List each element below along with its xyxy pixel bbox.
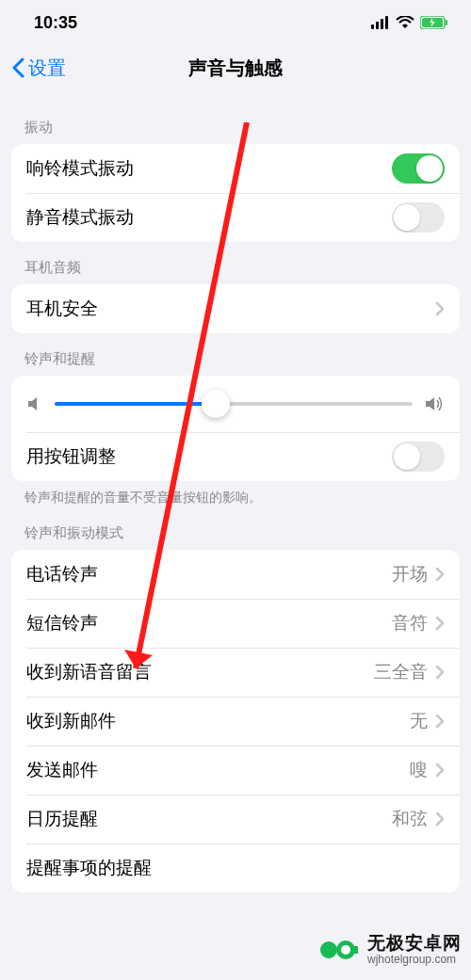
row-label: 短信铃声 (26, 611, 98, 635)
svg-rect-12 (352, 946, 358, 954)
svg-rect-1 (376, 22, 379, 29)
row-label: 响铃模式振动 (26, 156, 134, 181)
chevron-left-icon (11, 57, 24, 78)
watermark: 无极安卓网 wjhotelgroup.com (318, 929, 462, 971)
row-label: 静音模式振动 (26, 205, 134, 230)
svg-rect-6 (446, 20, 447, 25)
row-label: 电话铃声 (26, 562, 98, 586)
row-value: 开场 (392, 562, 428, 586)
row-label: 收到新邮件 (26, 709, 116, 733)
row-sent-mail[interactable]: 发送邮件 嗖 (11, 746, 460, 795)
wifi-icon (396, 16, 414, 29)
section-footer-ringer: 铃声和提醒的音量不受音量按钮的影响。 (0, 481, 471, 507)
section-header-vibrate: 振动 (0, 102, 471, 144)
chevron-right-icon (435, 616, 445, 631)
content: 振动 响铃模式振动 静音模式振动 耳机音频 耳机安全 铃声和提醒 (0, 90, 471, 892)
battery-charging-icon (420, 16, 448, 29)
page-title: 声音与触感 (188, 56, 283, 81)
status-time: 10:35 (34, 13, 77, 33)
row-label: 收到新语音留言 (26, 660, 152, 684)
row-label: 提醒事项的提醒 (26, 856, 152, 880)
speaker-high-icon (424, 395, 445, 412)
row-vibrate-ring[interactable]: 响铃模式振动 (11, 144, 460, 193)
toggle-vibrate-ring[interactable] (392, 153, 445, 184)
nav-bar: 设置 声音与触感 (0, 45, 471, 90)
group-patterns: 电话铃声 开场 短信铃声 音符 收到新语音留言 三全音 收到新邮件 无 发送邮件… (11, 550, 460, 892)
row-ringtone[interactable]: 电话铃声 开场 (11, 550, 460, 599)
volume-slider[interactable] (55, 402, 413, 406)
row-value: 三全音 (374, 660, 428, 684)
status-indicators (371, 16, 448, 29)
cellular-icon (371, 16, 390, 29)
row-label: 日历提醒 (26, 807, 98, 831)
svg-rect-2 (381, 19, 383, 29)
section-header-headphone: 耳机音频 (0, 242, 471, 284)
back-button[interactable]: 设置 (0, 56, 66, 81)
back-label: 设置 (28, 56, 66, 81)
chevron-right-icon (435, 301, 445, 316)
svg-rect-3 (385, 16, 388, 29)
row-value: 无 (410, 709, 428, 733)
row-reminder[interactable]: 提醒事项的提醒 (11, 843, 460, 892)
row-new-mail[interactable]: 收到新邮件 无 (11, 697, 460, 746)
watermark-name: 无极安卓网 (367, 934, 462, 954)
row-label: 用按钮调整 (26, 444, 116, 469)
row-text-tone[interactable]: 短信铃声 音符 (11, 599, 460, 648)
row-value: 嗖 (410, 758, 428, 782)
row-voicemail[interactable]: 收到新语音留言 三全音 (11, 648, 460, 697)
row-value: 和弦 (392, 807, 428, 831)
group-ringer: 用按钮调整 (11, 376, 460, 481)
row-label: 耳机安全 (26, 297, 98, 321)
chevron-right-icon (435, 811, 445, 827)
chevron-right-icon (435, 714, 445, 729)
section-header-ringer: 铃声和提醒 (0, 333, 471, 376)
group-vibrate: 响铃模式振动 静音模式振动 (11, 144, 460, 242)
svg-point-9 (320, 941, 337, 958)
speaker-low-icon (26, 395, 43, 412)
section-header-patterns: 铃声和振动模式 (0, 507, 471, 550)
row-button-adjust[interactable]: 用按钮调整 (11, 432, 460, 481)
chevron-right-icon (435, 665, 445, 680)
chevron-right-icon (435, 567, 445, 582)
row-value: 音符 (392, 611, 428, 635)
status-bar: 10:35 (0, 0, 471, 45)
svg-point-11 (341, 945, 350, 955)
watermark-url: wjhotelgroup.com (367, 954, 462, 966)
watermark-logo-icon (318, 929, 360, 971)
row-label: 发送邮件 (26, 758, 98, 782)
row-volume-slider[interactable] (11, 376, 460, 432)
row-vibrate-silent[interactable]: 静音模式振动 (11, 193, 460, 242)
toggle-vibrate-silent[interactable] (392, 202, 445, 233)
row-calendar[interactable]: 日历提醒 和弦 (11, 795, 460, 843)
slider-thumb[interactable] (202, 390, 230, 418)
row-headphone-safety[interactable]: 耳机安全 (11, 284, 460, 333)
toggle-button-adjust[interactable] (392, 442, 445, 472)
svg-rect-0 (371, 24, 374, 29)
chevron-right-icon (435, 763, 445, 778)
group-headphone: 耳机安全 (11, 284, 460, 333)
